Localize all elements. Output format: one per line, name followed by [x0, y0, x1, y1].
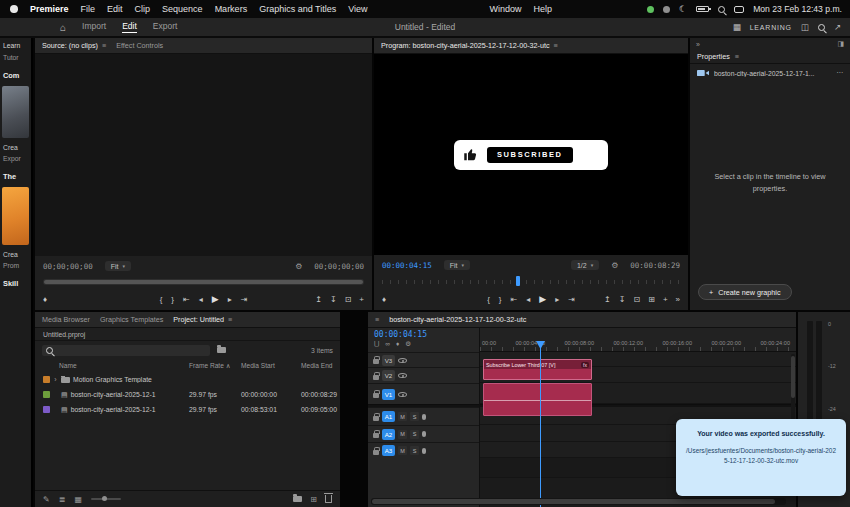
menu-item-help[interactable]: Help: [528, 4, 559, 14]
tab-edit[interactable]: Edit: [122, 21, 137, 33]
track-header-a3[interactable]: A3 M S: [368, 442, 479, 458]
track-header-a2[interactable]: A2 M S: [368, 425, 479, 442]
track-visibility-icon[interactable]: [398, 392, 407, 397]
button-editor-icon[interactable]: +: [663, 295, 668, 304]
menubar-clock[interactable]: Mon 23 Feb 12:43 p.m.: [753, 4, 842, 14]
tutorial-thumbnail[interactable]: [2, 187, 29, 245]
apple-menu-icon[interactable]: [10, 5, 18, 13]
fx-badge[interactable]: fx: [581, 362, 589, 368]
icon-view-icon[interactable]: ▦: [74, 495, 82, 504]
control-center-icon[interactable]: [734, 6, 744, 13]
project-row-clip[interactable]: ▤ boston-city-aerial-2025-12-1 29.97 fps…: [35, 387, 340, 402]
timeline-playhead[interactable]: [540, 342, 541, 507]
voiceover-mic-icon[interactable]: [422, 431, 426, 437]
overwrite-button[interactable]: ↧: [330, 295, 337, 304]
step-back-button[interactable]: ◂: [199, 295, 203, 304]
menu-item-window[interactable]: Window: [484, 4, 528, 14]
play-button[interactable]: ▶: [539, 294, 546, 304]
solo-button[interactable]: S: [410, 412, 419, 421]
thumbnail-size-slider[interactable]: [91, 498, 121, 500]
export-frame-button[interactable]: ⊡: [633, 295, 640, 304]
track-badge[interactable]: V1: [382, 389, 395, 400]
panel-menu-icon[interactable]: ≡: [735, 52, 739, 61]
quick-export-icon[interactable]: ↗: [834, 22, 841, 32]
panel-expand-icon[interactable]: ◨: [837, 40, 844, 48]
step-forward-button[interactable]: ▸: [555, 295, 559, 304]
label-color-swatch[interactable]: [43, 406, 50, 413]
track-badge[interactable]: A3: [382, 445, 395, 456]
solo-button[interactable]: S: [410, 430, 419, 439]
program-current-timecode[interactable]: 00:00:04:15: [382, 261, 432, 270]
spotlight-search-icon[interactable]: [718, 6, 725, 13]
mark-in-button[interactable]: {: [160, 295, 163, 304]
new-bin-icon[interactable]: [293, 496, 302, 502]
tutorial-thumbnail[interactable]: [2, 86, 29, 138]
list-view-icon[interactable]: ≣: [59, 495, 66, 504]
column-media-end[interactable]: Media End: [301, 362, 340, 369]
delete-icon[interactable]: [325, 495, 332, 503]
panel-menu-icon[interactable]: ≡: [554, 41, 558, 50]
create-new-graphic-button[interactable]: + Create new graphic: [698, 284, 792, 300]
go-to-out-button[interactable]: ⇥: [568, 295, 575, 304]
panel-menu-icon[interactable]: ≡: [375, 315, 379, 324]
tab-program[interactable]: Program: boston-city-aerial-2025-12-17-1…: [381, 41, 558, 50]
program-viewer[interactable]: SUBSCRIBED: [374, 54, 688, 255]
lock-icon[interactable]: [373, 375, 379, 380]
track-badge[interactable]: A2: [382, 429, 395, 440]
timeline-settings-icon[interactable]: ⚙: [405, 340, 411, 348]
mark-out-button[interactable]: }: [171, 295, 174, 304]
tab-media-browser[interactable]: Media Browser: [42, 315, 90, 324]
search-input[interactable]: [57, 347, 206, 354]
menu-app-name[interactable]: Premiere: [24, 4, 75, 14]
add-marker-button[interactable]: ♦: [43, 295, 47, 304]
menu-item-file[interactable]: File: [75, 4, 102, 14]
header-search-icon[interactable]: [818, 24, 825, 31]
tutorial-title[interactable]: Crea: [0, 141, 31, 152]
panel-menu-icon[interactable]: ≡: [102, 41, 106, 50]
add-marker-button[interactable]: ♦: [382, 295, 386, 304]
label-color-swatch[interactable]: [43, 391, 50, 398]
ellipsis-icon[interactable]: ⋯: [836, 69, 843, 77]
step-forward-button[interactable]: ▸: [228, 295, 232, 304]
workspaces-icon[interactable]: ▦: [733, 22, 741, 32]
go-to-in-button[interactable]: ⇤: [510, 295, 517, 304]
playback-resolution-select[interactable]: 1/2 ▾: [571, 260, 599, 270]
track-badge[interactable]: A1: [382, 411, 395, 422]
linked-selection-icon[interactable]: ∞: [385, 340, 390, 348]
go-to-out-button[interactable]: ⇥: [241, 295, 248, 304]
menu-item-markers[interactable]: Markers: [209, 4, 254, 14]
learn-tab[interactable]: Learn: [0, 38, 31, 51]
comparison-view-button[interactable]: ⊞: [648, 295, 655, 304]
screen-record-indicator-icon[interactable]: [647, 6, 654, 13]
tab-export[interactable]: Export: [153, 21, 178, 33]
new-item-icon[interactable]: ⊞: [310, 495, 317, 504]
disclosure-icon[interactable]: ›: [53, 376, 58, 383]
program-settings-icon[interactable]: ⚙: [611, 261, 618, 270]
button-editor-icon[interactable]: +: [359, 295, 364, 304]
column-name[interactable]: Name: [43, 362, 189, 369]
mark-in-button[interactable]: {: [487, 295, 490, 304]
export-notification[interactable]: Your video was exported successfully. /U…: [676, 419, 846, 496]
tab-properties[interactable]: Properties ≡: [690, 50, 850, 64]
lock-icon[interactable]: [373, 450, 379, 455]
tab-source[interactable]: Source: (no clips) ≡: [42, 41, 106, 50]
source-zoom-select[interactable]: Fit ▾: [105, 261, 131, 271]
tutorial-title[interactable]: Crea: [0, 248, 31, 259]
column-media-start[interactable]: Media Start: [241, 362, 301, 369]
menu-item-graphics-titles[interactable]: Graphics and Titles: [253, 4, 342, 14]
source-settings-icon[interactable]: ⚙: [295, 262, 302, 271]
tab-sequence[interactable]: boston-city-aerial-2025-12-17-12-00-32-u…: [389, 315, 526, 324]
lock-icon[interactable]: [373, 433, 379, 438]
timeline-audio-clip[interactable]: [483, 383, 592, 416]
project-searchbox[interactable]: [42, 345, 210, 356]
edit-icon[interactable]: ✎: [43, 495, 50, 504]
voiceover-mic-icon[interactable]: [422, 414, 426, 420]
project-list-empty-area[interactable]: [35, 417, 340, 490]
more-icon[interactable]: »: [676, 295, 680, 304]
export-frame-button[interactable]: ⊡: [345, 295, 352, 304]
scrubber-playhead[interactable]: [516, 276, 520, 286]
track-badge[interactable]: V3: [382, 355, 395, 366]
track-header-v1[interactable]: V1: [368, 383, 479, 404]
timeline-horizontal-scrollbar[interactable]: [371, 498, 786, 505]
track-header-v3[interactable]: V3: [368, 352, 479, 367]
